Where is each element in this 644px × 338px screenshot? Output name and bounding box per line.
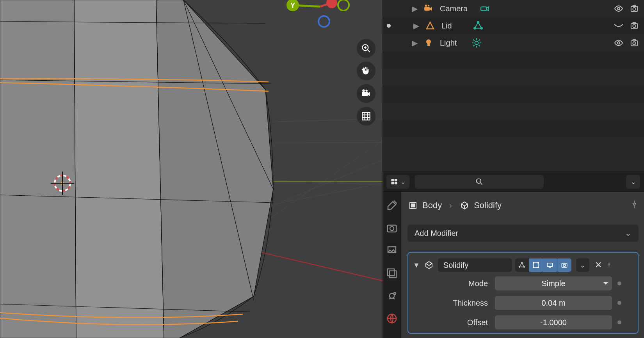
modifier-icon [459,200,470,211]
camera-icon [423,3,434,14]
camera-data-icon[interactable] [479,3,491,14]
svg-point-25 [326,0,337,8]
mode-dropdown[interactable]: Simple [495,276,612,290]
visibility-icon[interactable] [613,37,624,49]
properties-header: ⌄ ⌄ [382,172,644,192]
mode-label: Mode [413,279,495,288]
solidify-icon [423,259,435,271]
render-visibility-icon[interactable] [628,3,640,14]
outliner-item-label: Lid [441,21,452,30]
prop-pin-icon[interactable] [617,320,621,324]
toggle-render-icon[interactable] [557,258,571,272]
add-modifier-dropdown[interactable]: Add Modifier ⌄ [407,225,639,242]
svg-rect-70 [395,179,397,181]
world-tab-icon[interactable] [386,313,398,324]
outliner-panel: ▶ Camera ▶ [382,0,644,172]
svg-rect-93 [548,263,553,267]
svg-rect-69 [391,179,394,181]
toggle-viewport-icon[interactable] [543,258,557,272]
svg-line-64 [479,39,480,41]
svg-point-50 [474,27,475,29]
svg-point-91 [533,267,534,268]
svg-rect-47 [633,5,635,7]
object-icon [407,200,418,211]
expand-icon[interactable]: ▶ [412,4,419,13]
properties-options-icon[interactable]: ⌄ [626,175,640,189]
svg-rect-68 [633,40,635,41]
light-data-icon[interactable] [471,37,482,49]
outliner-item-lid[interactable]: ▶ Lid [383,17,644,34]
expand-icon[interactable]: ▶ [413,21,420,30]
add-modifier-label: Add Modifier [415,229,458,238]
prop-pin-icon[interactable] [617,301,621,305]
close-icon[interactable]: ✕ [592,260,604,270]
svg-point-41 [425,5,427,7]
outliner-empty-row [383,137,644,154]
pan-icon[interactable] [357,62,375,80]
zoom-icon[interactable] [357,39,375,58]
camera-view-icon[interactable] [357,84,375,103]
svg-rect-78 [388,269,395,276]
drag-handle-icon[interactable]: ⠿ [607,262,612,268]
mesh-icon [424,20,436,32]
editor-type-selector[interactable]: ⌄ [386,175,409,189]
svg-rect-71 [391,182,394,184]
prop-pin-icon[interactable] [617,281,621,285]
outliner-empty-row [383,51,644,69]
render-visibility-icon[interactable] [628,20,640,32]
breadcrumb-modifier[interactable]: Solidify [474,200,502,211]
svg-rect-88 [534,263,538,267]
svg-line-63 [473,45,475,46]
toggle-cage-icon[interactable] [529,258,543,272]
svg-point-48 [477,21,479,23]
render-visibility-icon[interactable] [628,37,640,49]
tool-tab-icon[interactable] [386,200,398,211]
modifier-name-field[interactable]: Solidify [438,258,512,272]
modifier-menu-icon[interactable]: ⌄ [576,258,589,272]
visibility-icon[interactable] [613,3,624,14]
svg-point-89 [533,262,534,264]
outliner-empty-row [383,120,644,137]
svg-point-67 [633,42,635,44]
breadcrumb-object[interactable]: Body [422,200,442,211]
viewport-3d[interactable]: Y [0,0,382,338]
svg-line-61 [473,39,475,41]
pin-icon[interactable] [630,200,639,211]
nav-gizmo[interactable]: Y [281,0,351,37]
svg-line-74 [480,183,482,184]
perspective-toggle-icon[interactable] [357,107,375,126]
breadcrumb-separator: › [449,200,452,211]
svg-point-65 [617,42,620,44]
outliner-item-light[interactable]: ▶ Light [383,34,644,51]
viewlayer-tab-icon[interactable] [386,267,398,279]
modifier-panel-solidify: ▼ Solidify ⌄ ✕ ⠿ [407,252,639,334]
properties-search-input[interactable] [415,175,544,189]
output-tab-icon[interactable] [386,245,398,257]
thickness-field[interactable]: 0.04 m [495,296,612,310]
visibility-hidden-icon[interactable] [613,20,624,32]
svg-point-49 [480,27,482,29]
svg-point-54 [426,39,431,44]
render-tab-icon[interactable] [386,222,398,234]
expand-icon[interactable]: ▶ [412,38,419,48]
scene-tab-icon[interactable] [386,290,398,302]
offset-field[interactable]: -1.0000 [495,315,612,329]
svg-rect-79 [390,271,397,278]
expand-icon[interactable]: ▼ [413,261,420,269]
toggle-edit-mode-icon[interactable] [515,258,529,272]
svg-point-52 [633,25,635,27]
svg-point-97 [563,264,566,267]
active-indicator-icon [387,24,391,28]
svg-rect-55 [427,44,430,46]
chevron-down-icon: ⌄ [625,228,632,238]
svg-rect-32 [362,92,368,96]
svg-rect-72 [395,182,397,184]
svg-point-44 [617,7,620,10]
outliner-item-camera[interactable]: ▶ Camera [383,0,644,17]
thickness-label: Thickness [413,299,495,308]
svg-line-29 [367,50,370,52]
svg-point-90 [538,262,539,264]
breadcrumb: Body › Solidify [407,196,639,215]
mesh-data-icon[interactable] [472,20,484,32]
svg-point-73 [477,179,481,184]
